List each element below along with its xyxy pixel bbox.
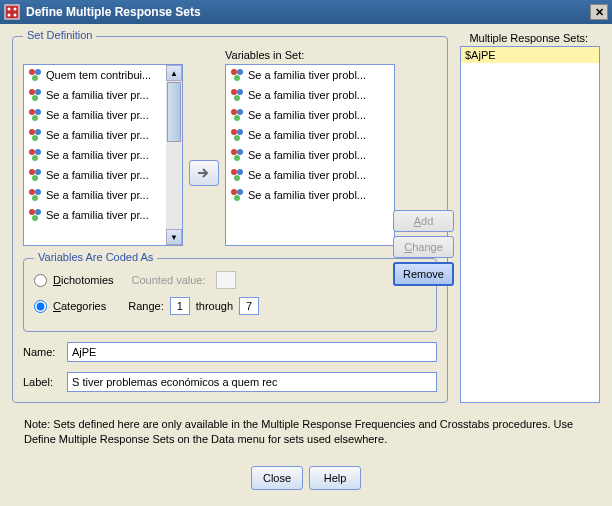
close-button[interactable]: Close [251, 466, 303, 490]
svg-point-33 [237, 89, 243, 95]
app-icon [4, 4, 20, 20]
svg-point-20 [29, 169, 35, 175]
variable-icon [28, 208, 42, 222]
variable-icon [28, 148, 42, 162]
svg-point-42 [237, 149, 243, 155]
svg-point-40 [234, 135, 240, 141]
svg-point-12 [35, 109, 41, 115]
scroll-thumb[interactable] [167, 82, 181, 142]
variable-icon [230, 68, 244, 82]
help-button[interactable]: Help [309, 466, 361, 490]
svg-point-47 [231, 189, 237, 195]
svg-point-45 [237, 169, 243, 175]
range-from-input[interactable] [170, 297, 190, 315]
range-label: Range: [128, 300, 163, 312]
svg-point-10 [32, 95, 38, 101]
counted-value-input [216, 271, 236, 289]
variable-icon [230, 88, 244, 102]
svg-point-21 [35, 169, 41, 175]
coded-as-legend: Variables Are Coded As [34, 251, 157, 263]
list-item[interactable]: Se a familia tiver pr... [24, 165, 166, 185]
source-list-scrollbar[interactable]: ▲ ▼ [166, 65, 182, 245]
close-window-button[interactable]: ✕ [590, 4, 608, 20]
svg-point-38 [231, 129, 237, 135]
variable-icon [230, 128, 244, 142]
svg-point-43 [234, 155, 240, 161]
svg-point-46 [234, 175, 240, 181]
svg-point-4 [14, 14, 17, 17]
variable-icon [230, 188, 244, 202]
variable-icon [28, 188, 42, 202]
svg-point-25 [32, 195, 38, 201]
dichotomies-label[interactable]: Dichotomies [53, 274, 114, 286]
through-label: through [196, 300, 233, 312]
list-item[interactable]: Se a familia tiver probl... [226, 165, 394, 185]
list-item[interactable]: Se a familia tiver probl... [226, 65, 394, 85]
svg-point-26 [29, 209, 35, 215]
list-item[interactable]: Se a familia tiver probl... [226, 145, 394, 165]
range-to-input[interactable] [239, 297, 259, 315]
mrs-list[interactable]: $AjPE [460, 46, 600, 403]
list-item[interactable]: Quem tem contribui... [24, 65, 166, 85]
variable-icon [28, 88, 42, 102]
name-input[interactable] [67, 342, 437, 362]
dichotomies-radio[interactable] [34, 274, 47, 287]
arrow-right-icon [196, 167, 212, 179]
svg-point-16 [32, 135, 38, 141]
name-field-label: Name: [23, 346, 61, 358]
variable-icon [230, 108, 244, 122]
variable-icon [28, 168, 42, 182]
svg-point-2 [14, 8, 17, 11]
variables-coded-as-group: Variables Are Coded As Dichotomies Count… [23, 258, 437, 332]
svg-point-13 [32, 115, 38, 121]
svg-point-44 [231, 169, 237, 175]
target-variable-list[interactable]: Se a familia tiver probl...Se a familia … [225, 64, 395, 246]
list-item[interactable]: Se a familia tiver probl... [226, 85, 394, 105]
change-button[interactable]: Change [393, 236, 454, 258]
scroll-down-button[interactable]: ▼ [166, 229, 182, 245]
svg-point-28 [32, 215, 38, 221]
list-item[interactable]: Se a familia tiver pr... [24, 105, 166, 125]
set-definition-group: Set Definition Quem tem contribui...Se a… [12, 36, 448, 403]
svg-point-8 [29, 89, 35, 95]
counted-value-label: Counted value: [132, 274, 206, 286]
svg-point-9 [35, 89, 41, 95]
svg-point-1 [8, 8, 11, 11]
list-item[interactable]: Se a familia tiver pr... [24, 205, 166, 225]
list-item[interactable]: Se a familia tiver probl... [226, 185, 394, 205]
window-title: Define Multiple Response Sets [26, 5, 590, 19]
list-item[interactable]: Se a familia tiver pr... [24, 145, 166, 165]
remove-button[interactable]: Remove [393, 262, 454, 286]
variable-icon [230, 148, 244, 162]
list-item[interactable]: Se a familia tiver pr... [24, 125, 166, 145]
svg-point-6 [35, 69, 41, 75]
svg-point-17 [29, 149, 35, 155]
svg-point-7 [32, 75, 38, 81]
mrs-list-item[interactable]: $AjPE [461, 47, 599, 63]
list-item[interactable]: Se a familia tiver pr... [24, 185, 166, 205]
label-input[interactable] [67, 372, 437, 392]
categories-label[interactable]: Categories [53, 300, 106, 312]
svg-point-27 [35, 209, 41, 215]
svg-point-18 [35, 149, 41, 155]
mrs-header-label: Multiple Response Sets: [469, 32, 588, 44]
svg-point-32 [231, 89, 237, 95]
svg-point-19 [32, 155, 38, 161]
svg-rect-0 [5, 5, 19, 19]
svg-point-24 [35, 189, 41, 195]
svg-point-3 [8, 14, 11, 17]
list-item[interactable]: Se a familia tiver pr... [24, 85, 166, 105]
svg-point-29 [231, 69, 237, 75]
svg-point-31 [234, 75, 240, 81]
variable-icon [28, 128, 42, 142]
source-variable-list[interactable]: Quem tem contribui...Se a familia tiver … [23, 64, 183, 246]
set-definition-legend: Set Definition [23, 29, 96, 41]
list-item[interactable]: Se a familia tiver probl... [226, 105, 394, 125]
move-variable-button[interactable] [189, 160, 219, 186]
svg-point-36 [237, 109, 243, 115]
scroll-up-button[interactable]: ▲ [166, 65, 182, 81]
svg-point-37 [234, 115, 240, 121]
add-button[interactable]: Add [393, 210, 454, 232]
categories-radio[interactable] [34, 300, 47, 313]
list-item[interactable]: Se a familia tiver probl... [226, 125, 394, 145]
